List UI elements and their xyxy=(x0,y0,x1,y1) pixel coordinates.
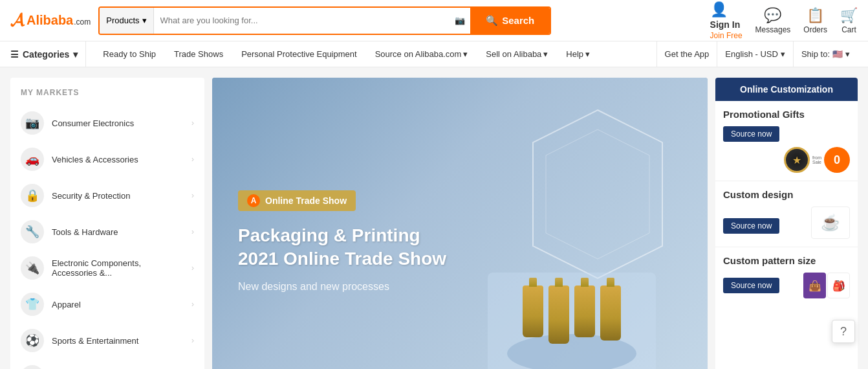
consumer-electronics-icon: 📷 xyxy=(21,111,44,135)
svg-marker-0 xyxy=(533,110,662,278)
messages-button[interactable]: 💬 Messages xyxy=(755,7,791,34)
signin-button[interactable]: 👤 Sign In Join Free xyxy=(710,1,743,40)
sidebar-item-all-categories[interactable]: ⊞ All Categories › xyxy=(10,359,204,369)
ship-to-selector[interactable]: Ship to: 🇺🇸 ▾ xyxy=(793,41,858,67)
source-now-promo-button[interactable]: Source now xyxy=(723,126,779,142)
search-bar: Products ▾ 📷 🔍 Search xyxy=(98,6,551,35)
user-icon: 👤 xyxy=(710,1,728,18)
banner-title: Packaging & Printing 2021 Online Trade S… xyxy=(238,224,446,271)
product-bottle-3 xyxy=(574,285,595,337)
apparel-icon: 👕 xyxy=(21,293,44,316)
bag-white-icon: 🎒 xyxy=(827,273,850,298)
banner-bottles xyxy=(523,285,621,341)
sidebar-item-sports[interactable]: ⚽ Sports & Entertainment › xyxy=(10,322,204,359)
chevron-down-icon: ▾ xyxy=(781,49,785,59)
cart-icon: 🛒 xyxy=(840,7,858,24)
pattern-section-title: Custom pattern size xyxy=(723,255,850,266)
nav-item-readytoship[interactable]: Ready to Ship xyxy=(94,41,165,67)
sidebar-item-label: Sports & Entertainment xyxy=(52,336,184,346)
camera-icon[interactable]: 📷 xyxy=(450,8,470,34)
product-bottle-2 xyxy=(548,285,569,344)
sidebar-item-vehicles[interactable]: 🚗 Vehicles & Accessories › xyxy=(10,141,204,177)
search-button[interactable]: 🔍 Search xyxy=(470,8,550,34)
sidebar-item-tools[interactable]: 🔧 Tools & Hardware › xyxy=(10,214,204,250)
logo-icon: 𝓐 xyxy=(10,10,24,31)
chevron-right-icon: › xyxy=(191,336,194,345)
logo[interactable]: 𝓐 Alibaba .com xyxy=(10,10,91,31)
search-label: Search xyxy=(502,15,534,26)
sidebar-item-label: Electronic Components, Accessories &... xyxy=(52,258,184,278)
promo-section-title: Promotional Gifts xyxy=(723,109,850,120)
right-panel-section-promo: Promotional Gifts Source now ★ from Sale… xyxy=(715,101,858,181)
nav-item-help[interactable]: Help ▾ xyxy=(557,41,599,67)
categories-button[interactable]: ☰ Categories ▾ xyxy=(10,41,86,67)
cart-button[interactable]: 🛒 Cart xyxy=(840,7,858,34)
alibaba-a-icon: A xyxy=(247,194,260,207)
banner-content: A Online Trade Show Packaging & Printing… xyxy=(212,78,708,369)
main-content: MY MARKETS 📷 Consumer Electronics › 🚗 Ve… xyxy=(0,67,868,369)
sidebar-item-label: Tools & Hardware xyxy=(52,227,184,237)
get-app-link[interactable]: Get the App xyxy=(656,41,717,67)
tools-icon: 🔧 xyxy=(21,220,44,243)
header: 𝓐 Alibaba .com Products ▾ 📷 🔍 Search 👤 S… xyxy=(0,0,868,41)
sidebar-item-consumer-electronics[interactable]: 📷 Consumer Electronics › xyxy=(10,105,204,141)
chevron-down-icon: ▾ xyxy=(543,49,548,59)
bag-purple-icon: 👜 xyxy=(803,273,826,298)
banner-subtitle: New designs and new processes xyxy=(238,281,446,293)
nav-right: Get the App English - USD ▾ Ship to: 🇺🇸 … xyxy=(656,41,858,67)
nav-item-source[interactable]: Source on Alibaba.com ▾ xyxy=(366,41,477,67)
product-bottle-1 xyxy=(523,285,543,337)
pattern-bags-image: 👜 🎒 xyxy=(803,273,850,298)
banner-products xyxy=(488,273,656,369)
nav-item-label: Trade Shows xyxy=(174,49,223,59)
chevron-down-icon: ▾ xyxy=(845,49,850,59)
products-dropdown-button[interactable]: Products ▾ xyxy=(100,8,153,34)
search-input[interactable] xyxy=(154,8,450,34)
design-mug-image: ☕ xyxy=(811,207,850,239)
hamburger-icon: ☰ xyxy=(10,49,19,60)
source-now-design-button[interactable]: Source now xyxy=(723,218,779,234)
banner-badge-label: Online Trade Show xyxy=(265,196,347,206)
sidebar: MY MARKETS 📷 Consumer Electronics › 🚗 Ve… xyxy=(10,78,204,369)
sidebar-item-electronics[interactable]: 🔌 Electronic Components, Accessories &..… xyxy=(10,250,204,286)
right-panel-section-pattern: Custom pattern size Source now 👜 🎒 xyxy=(715,247,858,306)
sidebar-item-label: Security & Protection xyxy=(52,191,184,201)
language-selector[interactable]: English - USD ▾ xyxy=(717,41,793,67)
logo-com: .com xyxy=(74,17,91,27)
star-icon: ★ xyxy=(792,154,801,166)
signin-label: Sign In xyxy=(710,19,741,30)
sidebar-item-security[interactable]: 🔒 Security & Protection › xyxy=(10,177,204,214)
nav-item-sell[interactable]: Sell on Alibaba ▾ xyxy=(477,41,557,67)
nav-item-label: Source on Alibaba.com xyxy=(375,49,462,59)
logo-text: Alibaba xyxy=(27,13,73,28)
chevron-right-icon: › xyxy=(191,300,194,309)
chevron-right-icon: › xyxy=(191,118,194,128)
product-bottle-4 xyxy=(600,285,621,341)
chevron-down-icon: ▾ xyxy=(142,16,147,25)
source-now-pattern-button[interactable]: Source now xyxy=(723,278,779,293)
orders-button[interactable]: 📋 Orders xyxy=(803,7,827,34)
nav-item-label: Sell on Alibaba xyxy=(486,49,541,59)
help-float-button[interactable]: ? xyxy=(832,320,855,343)
search-icon: 🔍 xyxy=(486,15,498,27)
nav-item-ppe[interactable]: Personal Protective Equipment xyxy=(232,41,365,67)
nav-item-tradeshows[interactable]: Trade Shows xyxy=(165,41,232,67)
nav-item-label: Help xyxy=(566,49,583,59)
messages-icon: 💬 xyxy=(764,7,781,24)
vehicles-icon: 🚗 xyxy=(21,148,44,171)
sidebar-item-apparel[interactable]: 👕 Apparel › xyxy=(10,286,204,322)
svg-marker-1 xyxy=(546,129,649,259)
orders-label: Orders xyxy=(803,25,827,34)
design-section-title: Custom design xyxy=(723,189,850,200)
orders-icon: 📋 xyxy=(807,7,824,24)
promo-circle-orange: 0 xyxy=(824,147,850,173)
joinfree-label: Join Free xyxy=(710,31,743,40)
chevron-right-icon: › xyxy=(191,227,194,236)
promo-circle-gold: ★ xyxy=(784,147,810,173)
chevron-down-icon: ▾ xyxy=(585,49,590,59)
promo-images: ★ from Sale 0 xyxy=(723,147,850,173)
right-panel-header: Online Customization xyxy=(715,78,858,101)
sidebar-item-label: Consumer Electronics xyxy=(52,118,184,128)
sidebar-item-label: Vehicles & Accessories xyxy=(52,155,184,164)
nav-item-label: Personal Protective Equipment xyxy=(241,49,356,59)
